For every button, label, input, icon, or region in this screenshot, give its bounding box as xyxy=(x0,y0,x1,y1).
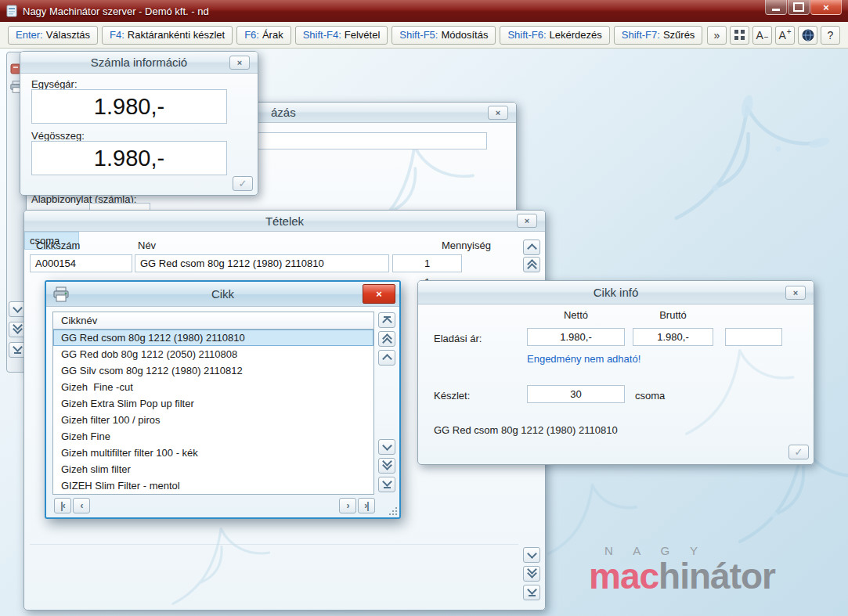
list-item[interactable]: GG Silv csom 80g 1212 (1980) 2110812 xyxy=(53,362,373,379)
first-record-button[interactable]: |‹ xyxy=(54,498,71,513)
scroll-page-up-button[interactable] xyxy=(523,257,540,272)
more-buttons-button[interactable]: » xyxy=(707,26,727,45)
font-letter: A xyxy=(756,29,763,41)
scroll-page-up-button[interactable] xyxy=(378,331,395,347)
cikk-info-title: Cikk infó xyxy=(594,286,639,299)
button-label: Választás xyxy=(46,29,90,41)
shortcut-key: Enter: xyxy=(16,29,43,41)
list-item[interactable]: Gizeh Fine -cut xyxy=(53,379,373,395)
item-code-field[interactable]: A000154 xyxy=(30,254,132,272)
close-button[interactable]: × xyxy=(810,0,842,15)
scroll-down-button[interactable] xyxy=(523,547,540,563)
font-letter: A xyxy=(778,29,785,41)
help-button[interactable]: ? xyxy=(821,26,840,45)
scroll-up-button[interactable] xyxy=(378,350,395,366)
stock-value-field[interactable]: 30 xyxy=(527,385,625,403)
tetelek-title: Tételek xyxy=(265,214,304,228)
app-icon xyxy=(5,5,18,17)
tetelek-titlebar: Tételek × xyxy=(24,211,545,232)
cikk-title: Cikk xyxy=(211,287,234,301)
toolbar-button-szures[interactable]: Shift-F7: Szűrés xyxy=(614,26,703,45)
confirm-button[interactable]: ✓ xyxy=(788,445,809,459)
brutto-price-field[interactable]: 1.980,- xyxy=(633,328,713,346)
list-item[interactable]: Gizeh Extra Slim Pop up filter xyxy=(53,395,373,412)
maximize-button[interactable] xyxy=(788,0,810,15)
list-item[interactable]: Gizeh slim filter xyxy=(53,461,373,477)
shortcut-key: Shift-F4: xyxy=(303,29,341,41)
window-title: Nagy Machinátor szerver - Demó kft. - nd xyxy=(23,5,209,17)
globe-icon xyxy=(802,29,814,41)
toolbar-button-modositas[interactable]: Shift-F5: Módosítás xyxy=(392,26,496,45)
column-header-cikkszam: Cikkszám xyxy=(36,240,80,251)
resize-grip[interactable] xyxy=(388,506,397,515)
cikk-info-close-button[interactable]: × xyxy=(785,286,806,300)
list-item-selected[interactable]: GG Red csom 80g 1212 (1980) 2110810 xyxy=(53,330,373,346)
font-decrease-button[interactable]: A− xyxy=(752,26,772,45)
minimize-button[interactable] xyxy=(765,0,787,15)
scroll-to-end-button[interactable] xyxy=(523,585,540,600)
cikk-window: Cikk × Cikknév GG Red csom 80g 1212 (198… xyxy=(45,280,401,519)
last-record-button[interactable]: ›| xyxy=(358,498,375,513)
previous-record-button[interactable]: ‹ xyxy=(73,498,90,513)
next-record-button[interactable]: › xyxy=(339,498,356,513)
tiles-icon xyxy=(734,30,745,40)
cikk-close-button[interactable]: × xyxy=(363,284,395,304)
toolbar-button-valasztas[interactable]: Enter: Választás xyxy=(8,26,98,45)
column-header-mennyiseg: Mennyiség xyxy=(442,240,491,251)
cikk-info-window: Cikk infó × Nettó Bruttó Eladási ár: 1.9… xyxy=(417,280,814,465)
logo-machinator: machinátor xyxy=(589,557,832,595)
minus-icon: − xyxy=(764,33,769,41)
sale-price-label: Eladási ár: xyxy=(434,333,482,344)
list-item[interactable]: Gizeh Fine xyxy=(53,428,373,445)
column-header-nev: Név xyxy=(138,240,156,251)
netto-price-field[interactable]: 1.980,- xyxy=(527,328,625,346)
item-name-field[interactable]: GG Red csom 80g 1212 (1980) 2110810 xyxy=(135,254,389,272)
product-name: GG Red csom 80g 1212 (1980) 2110810 xyxy=(434,424,618,436)
application-window: Nagy Machinátor szerver - Demó kft. - nd… xyxy=(0,0,848,616)
netto-header: Nettó xyxy=(527,309,625,321)
toolbar-icon-group: » A− A+ ? xyxy=(707,26,840,45)
confirm-button[interactable]: ✓ xyxy=(233,176,253,191)
list-item[interactable]: Gizeh filter 100 / piros xyxy=(53,412,373,428)
scroll-to-top-button[interactable] xyxy=(378,312,395,328)
list-item[interactable]: GG Red dob 80g 1212 (2050) 2110808 xyxy=(53,346,373,362)
floral-decoration xyxy=(134,520,314,610)
button-label: Raktárankénti készlet xyxy=(128,29,225,41)
stock-unit: csoma xyxy=(635,390,665,402)
scroll-down-button[interactable] xyxy=(378,439,395,455)
brand-logo: N A G Y machinátor xyxy=(589,544,832,595)
plus-icon: + xyxy=(787,27,792,36)
toolbar-button-felvetel[interactable]: Shift-F4: Felvétel xyxy=(295,26,388,45)
theme-button[interactable] xyxy=(798,26,817,45)
extra-price-field[interactable] xyxy=(725,328,782,346)
scroll-up-button[interactable] xyxy=(523,240,540,255)
quantity-field[interactable]: 1 xyxy=(392,254,462,272)
unit-price-value: 1.980,- xyxy=(31,89,227,124)
list-item[interactable]: GIZEH Slim Filter - mentol xyxy=(53,477,373,494)
szamla-info-close-button[interactable]: × xyxy=(229,56,250,70)
cikk-info-titlebar: Cikk infó × xyxy=(418,281,814,304)
logo-rest: hinátor xyxy=(659,556,775,596)
scroll-to-end-button[interactable] xyxy=(378,477,395,492)
toolbar-button-lekerdezes[interactable]: Shift-F6: Lekérdezés xyxy=(500,26,609,45)
szamla-info-titlebar: Számla információ × xyxy=(20,52,258,74)
scroll-page-down-button[interactable] xyxy=(378,458,395,474)
list-item[interactable]: Gizeh multifilter filter 100 - kék xyxy=(53,445,373,461)
floral-decoration xyxy=(677,340,810,441)
total-label: Végösszeg: xyxy=(31,130,85,142)
szamlazas-close-button[interactable]: × xyxy=(488,106,508,120)
brutto-header: Bruttó xyxy=(633,309,713,321)
tetelek-close-button[interactable]: × xyxy=(517,214,537,228)
toolbar-button-arak[interactable]: F6: Árak xyxy=(236,26,291,45)
szamla-info-dialog: Számla információ × Egységár: 1.980,- Vé… xyxy=(20,51,258,196)
logo-accent: mac xyxy=(589,556,659,596)
font-increase-button[interactable]: A+ xyxy=(775,26,795,45)
app-titlebar: Nagy Machinátor szerver - Demó kft. - nd… xyxy=(0,0,848,22)
main-toolbar: Enter: Választás F4: Raktárankénti készl… xyxy=(0,22,848,49)
total-value: 1.980,- xyxy=(31,141,227,175)
tiles-view-button[interactable] xyxy=(730,26,749,45)
toolbar-button-raktarankenti-keszlet[interactable]: F4: Raktárankénti készlet xyxy=(102,26,233,45)
shortcut-key: Shift-F7: xyxy=(622,29,660,41)
scroll-page-down-button[interactable] xyxy=(523,566,540,582)
cikk-list: Cikknév GG Red csom 80g 1212 (1980) 2110… xyxy=(52,312,374,495)
